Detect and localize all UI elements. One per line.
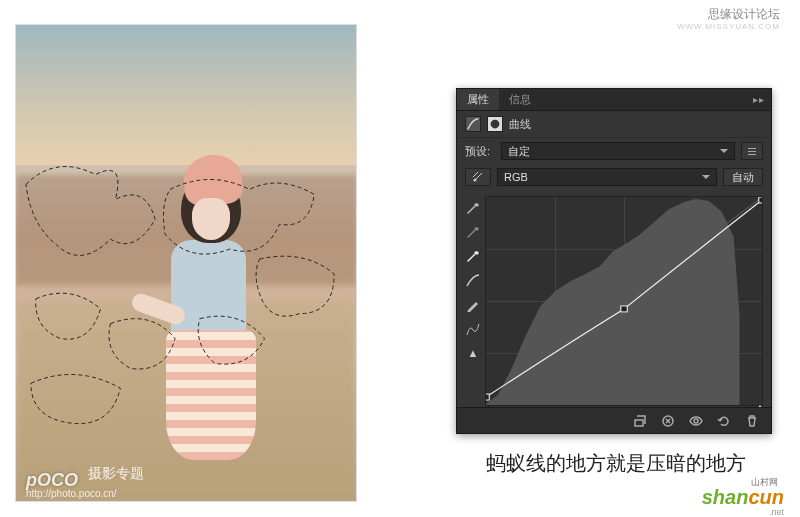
on-image-tool[interactable] — [465, 168, 491, 186]
svg-rect-3 — [748, 154, 756, 155]
footer-logo-sub: .net — [769, 507, 784, 517]
svg-point-4 — [474, 179, 477, 182]
svg-point-11 — [694, 419, 698, 423]
properties-panel: 属性 信息 ▸▸ 曲线 预设: 自定 RGB 自动 — [456, 88, 772, 434]
svg-rect-8 — [759, 197, 762, 203]
eyedropper-black-icon[interactable] — [464, 200, 482, 218]
channel-dropdown[interactable]: RGB — [497, 168, 717, 186]
forum-url: WWW.MISSYUAN.COM — [677, 22, 780, 31]
poco-url: http://photo.poco.cn/ — [26, 488, 117, 499]
trash-icon[interactable] — [743, 412, 761, 430]
adjustment-type-label: 曲线 — [509, 117, 531, 132]
svg-rect-2 — [748, 151, 756, 152]
curves-editor[interactable] — [485, 196, 763, 406]
adjustment-icon[interactable] — [465, 116, 481, 132]
svg-rect-6 — [486, 394, 489, 400]
preset-dropdown[interactable]: 自定 — [501, 142, 735, 160]
svg-rect-1 — [748, 148, 756, 149]
poco-label: 摄影专题 — [88, 465, 144, 483]
prev-state-icon[interactable] — [659, 412, 677, 430]
mask-icon[interactable] — [487, 116, 503, 132]
svg-point-0 — [491, 120, 500, 129]
forum-header: 思缘设计论坛 — [708, 6, 780, 23]
reset-icon[interactable] — [715, 412, 733, 430]
curve-smooth-icon[interactable] — [464, 272, 482, 290]
clip-mask-icon[interactable] — [631, 412, 649, 430]
panel-tabs: 属性 信息 ▸▸ — [457, 89, 771, 111]
pencil-icon[interactable] — [464, 296, 482, 314]
svg-line-5 — [486, 197, 762, 405]
preset-menu-button[interactable] — [741, 142, 763, 160]
auto-button[interactable]: 自动 — [723, 168, 763, 186]
eyedropper-gray-icon[interactable] — [464, 224, 482, 242]
edited-photo: pOCO 摄影专题 http://photo.poco.cn/ — [15, 24, 357, 502]
tab-info[interactable]: 信息 — [499, 89, 541, 110]
preset-label: 预设: — [465, 144, 495, 159]
footer-logo: shancun — [702, 486, 784, 509]
caption-text: 蚂蚁线的地方就是压暗的地方 — [456, 450, 776, 477]
curve-line — [486, 197, 762, 405]
smooth-tool-icon[interactable] — [464, 320, 482, 338]
visibility-icon[interactable] — [687, 412, 705, 430]
clip-histogram-icon[interactable]: ▲ — [464, 344, 482, 362]
tab-properties[interactable]: 属性 — [457, 89, 499, 110]
svg-rect-7 — [621, 306, 627, 312]
svg-rect-9 — [635, 420, 643, 426]
panel-menu-button[interactable]: ▸▸ — [747, 94, 771, 105]
eyedropper-white-icon[interactable] — [464, 248, 482, 266]
